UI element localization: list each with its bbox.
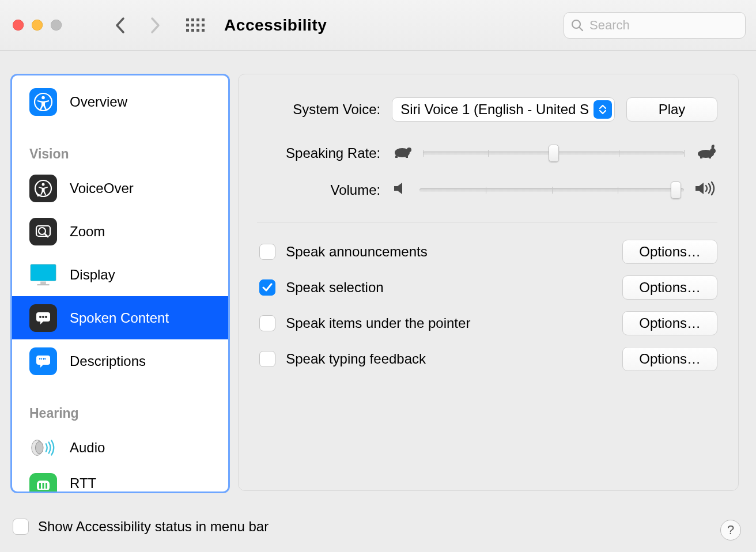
speak-pointer-checkbox[interactable] [259,315,275,331]
page-title: Accessibility [224,16,327,35]
system-voice-value: Siri Voice 1 (English - United S [400,101,589,118]
search-field[interactable] [564,12,746,39]
svg-point-29 [45,316,47,318]
play-button[interactable]: Play [626,97,717,122]
speaker-high-icon [694,181,717,199]
sidebar-item-label: Overview [70,94,127,110]
volume-slider[interactable] [419,188,684,192]
svg-marker-48 [695,183,704,194]
help-button[interactable]: ? [720,520,741,540]
svg-rect-45 [700,156,702,158]
status-menu-bar-label: Show Accessibility status in menu bar [38,519,743,535]
slider-thumb[interactable] [549,145,559,162]
nav-controls [115,17,161,34]
speak-selection-label: Speak selection [286,279,612,296]
search-input[interactable] [588,17,738,33]
forward-button[interactable] [150,17,161,34]
speaking-rate-label: Speaking Rate: [259,145,380,161]
sidebar-item-zoom[interactable]: Zoom [12,210,228,253]
sidebar-item-label: Audio [70,440,105,456]
speak-announcements-options-button[interactable]: Options… [622,240,717,264]
svg-rect-7 [202,24,205,27]
play-button-label: Play [659,101,686,118]
sidebar-item-label: VoiceOver [70,180,134,196]
speaking-rate-slider[interactable] [423,152,684,155]
speak-selection-checkbox[interactable] [259,279,275,296]
svg-rect-41 [395,156,398,158]
svg-rect-23 [40,281,46,284]
status-menu-bar-checkbox[interactable] [13,519,29,535]
svg-marker-26 [40,320,44,324]
svg-rect-46 [709,156,711,158]
sidebar-item-overview[interactable]: Overview [12,80,228,123]
svg-text:””: ”” [39,356,46,365]
svg-point-17 [42,183,45,186]
descriptions-icon: ”” [29,347,57,375]
all-preferences-button[interactable] [186,18,205,32]
speak-announcements-label: Speak announcements [286,244,612,260]
sidebar-item-display[interactable]: Display [12,253,228,296]
sidebar-item-label: Display [70,267,115,283]
svg-rect-6 [196,24,199,27]
sidebar: Overview Vision VoiceOver Zoom Displa [10,74,230,493]
svg-rect-4 [186,24,189,27]
svg-rect-9 [191,29,194,32]
sidebar-section-header: Hearing [12,383,228,426]
sidebar-item-descriptions[interactable]: ”” Descriptions [12,339,228,383]
minimize-window-button[interactable] [32,20,43,31]
system-voice-popup[interactable]: Siri Voice 1 (English - United S [392,97,615,122]
speaker-low-icon [392,182,409,199]
svg-point-40 [407,148,411,152]
sidebar-item-label: Spoken Content [70,310,169,326]
speak-typing-checkbox[interactable] [259,351,275,367]
display-icon [29,261,57,289]
svg-point-44 [710,148,716,154]
speak-announcements-checkbox[interactable] [259,244,275,260]
title-bar: Accessibility [0,0,756,51]
voiceover-icon [29,175,57,202]
divider [257,222,717,222]
speak-typing-label: Speak typing feedback [286,351,612,367]
back-button[interactable] [115,17,126,34]
spoken-content-icon [29,304,57,332]
slider-thumb[interactable] [671,182,681,199]
svg-rect-1 [191,18,194,21]
svg-rect-11 [202,29,205,32]
svg-rect-37 [43,483,44,489]
svg-rect-38 [46,483,47,489]
sidebar-item-voiceover[interactable]: VoiceOver [12,167,228,210]
speak-selection-options-button[interactable]: Options… [622,275,717,300]
maximize-window-button[interactable] [51,20,62,31]
zoom-icon [29,218,57,245]
svg-rect-3 [202,18,205,21]
svg-point-18 [37,194,39,196]
main-panel: System Voice: Siri Voice 1 (English - Un… [238,74,739,491]
svg-rect-8 [186,29,189,32]
sidebar-section-header: Vision [12,123,228,167]
speak-pointer-label: Speak items under the pointer [286,315,612,331]
rabbit-icon [694,144,717,162]
audio-icon [29,434,57,462]
svg-line-13 [580,27,583,31]
svg-rect-36 [39,483,41,489]
svg-rect-22 [31,264,56,281]
close-window-button[interactable] [13,20,24,31]
sidebar-item-spoken-content[interactable]: Spoken Content [12,296,228,339]
footer: Show Accessibility status in menu bar [13,512,743,542]
sidebar-item-label: Zoom [70,224,105,240]
speak-pointer-options-button[interactable]: Options… [622,311,717,335]
speak-typing-options-button[interactable]: Options… [622,347,717,371]
system-voice-label: System Voice: [259,101,380,118]
sidebar-item-rtt[interactable]: RTT [12,469,228,491]
svg-rect-42 [406,156,408,158]
svg-rect-10 [196,29,199,32]
sidebar-item-label: Descriptions [70,353,146,369]
svg-rect-5 [191,24,194,27]
svg-marker-47 [394,183,402,194]
sidebar-item-label: RTT [70,475,96,491]
svg-point-34 [36,441,43,453]
svg-rect-2 [196,18,199,21]
svg-point-28 [42,316,44,318]
sidebar-item-audio[interactable]: Audio [12,426,228,469]
window-controls [13,20,62,31]
